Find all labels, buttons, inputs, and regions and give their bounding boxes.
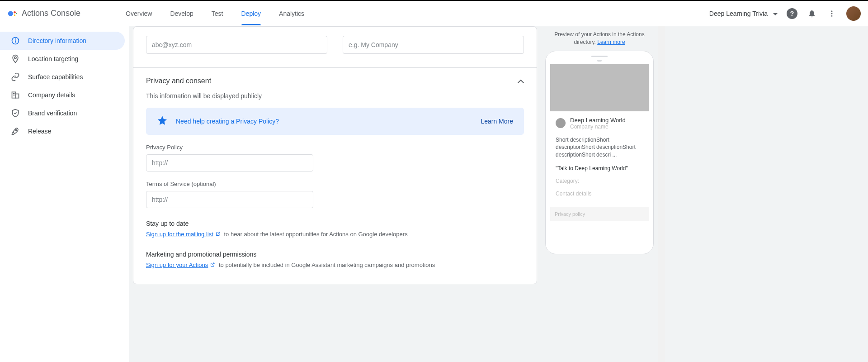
sidebar-item-directory-information[interactable]: Directory information bbox=[0, 32, 125, 50]
svg-point-10 bbox=[14, 57, 16, 58]
marketing-signup-link[interactable]: Sign up for your Actions bbox=[146, 262, 208, 268]
email-input[interactable] bbox=[146, 36, 327, 54]
sidebar-item-label: Directory information bbox=[28, 37, 86, 44]
preview-description: Short descriptionShort descriptionShort … bbox=[556, 136, 643, 159]
scrollbar[interactable] bbox=[658, 26, 665, 362]
stay-up-to-date-title: Stay up to date bbox=[146, 220, 524, 227]
preview-company-name: Company name bbox=[570, 124, 626, 130]
svg-point-2 bbox=[14, 14, 15, 16]
section-title: Privacy and consent bbox=[146, 77, 211, 85]
company-input[interactable] bbox=[343, 36, 524, 54]
preview-panel: Preview of your Actions in the Actions d… bbox=[541, 26, 658, 362]
tab-overview[interactable]: Overview bbox=[126, 2, 152, 25]
preview-banner-image bbox=[550, 64, 649, 111]
sidebar-item-label: Location targeting bbox=[28, 55, 78, 62]
header-right: Deep Learning Trivia ? bbox=[709, 6, 861, 21]
privacy-help-banner: Need help creating a Privacy Policy? Lea… bbox=[146, 108, 524, 135]
tos-label: Terms of Service (optional) bbox=[146, 181, 524, 187]
preview-category: Category: bbox=[556, 178, 643, 184]
svg-point-0 bbox=[8, 11, 13, 16]
more-icon[interactable] bbox=[826, 8, 837, 19]
svg-point-6 bbox=[831, 15, 833, 16]
shield-icon bbox=[11, 109, 20, 118]
sidebar-item-label: Brand verification bbox=[28, 110, 77, 117]
main-tabs: Overview Develop Test Deploy Analytics bbox=[126, 2, 709, 25]
notifications-icon[interactable] bbox=[807, 8, 817, 19]
sidebar-item-company-details[interactable]: Company details bbox=[0, 86, 125, 104]
link-icon bbox=[11, 72, 20, 81]
sidebar: Directory information Location targeting… bbox=[0, 26, 129, 362]
tab-test[interactable]: Test bbox=[212, 2, 223, 25]
tab-analytics[interactable]: Analytics bbox=[279, 2, 304, 25]
chevron-up-icon bbox=[518, 77, 524, 85]
project-selector[interactable]: Deep Learning Trivia bbox=[709, 10, 778, 17]
help-icon[interactable]: ? bbox=[787, 8, 797, 19]
preview-invocation: "Talk to Deep Learning World" bbox=[556, 165, 643, 171]
banner-learn-more-link[interactable]: Learn More bbox=[481, 118, 513, 125]
tos-input[interactable] bbox=[146, 191, 313, 208]
project-name: Deep Learning Trivia bbox=[709, 10, 768, 17]
preview-caption: Preview of your Actions in the Actions d… bbox=[545, 31, 654, 46]
privacy-policy-label: Privacy Policy bbox=[146, 144, 524, 151]
brand-title: Actions Console bbox=[22, 9, 80, 18]
external-link-icon bbox=[210, 261, 215, 270]
preview-contact: Contact details bbox=[556, 191, 643, 197]
tab-develop[interactable]: Develop bbox=[170, 2, 193, 25]
sidebar-item-label: Company details bbox=[28, 91, 75, 99]
marketing-text: Sign up for your Actions to potentially … bbox=[146, 261, 524, 270]
external-link-icon bbox=[215, 230, 221, 239]
preview-privacy-footer: Privacy policy bbox=[550, 207, 649, 221]
info-icon bbox=[11, 36, 20, 45]
header: Actions Console Overview Develop Test De… bbox=[0, 1, 868, 26]
stay-rest-text: to hear about the latest opportunities f… bbox=[222, 231, 408, 238]
sidebar-item-release[interactable]: Release bbox=[0, 122, 125, 140]
privacy-policy-input[interactable] bbox=[146, 154, 313, 171]
stay-up-to-date-text: Sign up for the mailing list to hear abo… bbox=[146, 230, 524, 239]
chevron-down-icon bbox=[773, 10, 778, 17]
assistant-logo-icon bbox=[7, 9, 17, 19]
privacy-section-header[interactable]: Privacy and consent bbox=[146, 77, 524, 85]
preview-app-icon bbox=[556, 118, 566, 128]
tab-deploy[interactable]: Deploy bbox=[241, 2, 261, 25]
preview-app-name: Deep Learning World bbox=[570, 117, 626, 124]
svg-point-3 bbox=[16, 13, 17, 14]
sidebar-item-label: Release bbox=[28, 128, 51, 135]
star-icon bbox=[157, 115, 168, 128]
sidebar-item-label: Surface capabilities bbox=[28, 73, 83, 81]
avatar[interactable] bbox=[846, 6, 861, 21]
svg-point-15 bbox=[15, 129, 17, 131]
mailing-list-link[interactable]: Sign up for the mailing list bbox=[146, 231, 213, 238]
banner-text: Need help creating a Privacy Policy? bbox=[176, 118, 472, 125]
building-icon bbox=[11, 90, 20, 100]
svg-point-5 bbox=[831, 13, 833, 14]
svg-rect-12 bbox=[16, 94, 19, 98]
marketing-rest-text: to potentially be included in Google Ass… bbox=[217, 262, 435, 268]
sidebar-item-location-targeting[interactable]: Location targeting bbox=[0, 50, 125, 68]
svg-point-4 bbox=[831, 10, 833, 12]
logo[interactable]: Actions Console bbox=[7, 9, 80, 19]
location-icon bbox=[11, 54, 20, 63]
main-content: Privacy and consent This information wil… bbox=[129, 26, 868, 362]
sidebar-item-brand-verification[interactable]: Brand verification bbox=[0, 104, 125, 122]
rocket-icon bbox=[11, 127, 20, 136]
privacy-subtext: This information will be displayed publi… bbox=[146, 92, 524, 100]
sidebar-item-surface-capabilities[interactable]: Surface capabilities bbox=[0, 68, 125, 86]
svg-point-1 bbox=[14, 11, 16, 13]
svg-point-9 bbox=[15, 39, 16, 39]
phone-preview: Deep Learning World Company name Short d… bbox=[545, 51, 654, 254]
preview-learn-more-link[interactable]: Learn more bbox=[597, 39, 625, 45]
marketing-title: Marketing and promotional permissions bbox=[146, 251, 524, 258]
